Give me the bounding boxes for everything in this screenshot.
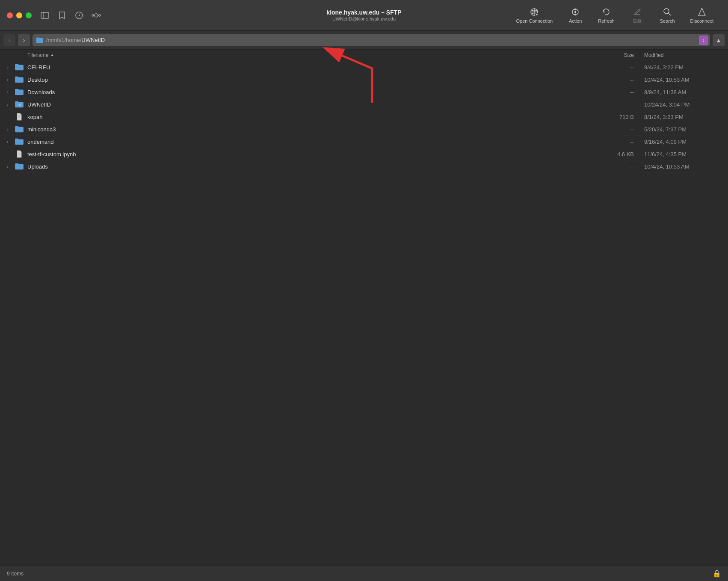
row-expander[interactable]: › [7,89,13,95]
table-row[interactable]: › CEI-REU -- 9/4/24, 3:22 PM [0,61,728,74]
minimize-button[interactable] [16,12,22,18]
refresh-label: Refresh [598,18,615,24]
items-count: 9 Items [7,571,24,577]
main-content: Filename Size Modified › CEI-REU -- 9/4/… [0,50,728,566]
file-name: Downloads [27,89,610,95]
table-row[interactable]: › Desktop -- 10/4/24, 10:53 AM [0,74,728,86]
svg-marker-22 [51,54,53,56]
forward-button[interactable]: › [18,34,30,46]
svg-point-15 [575,11,576,12]
table-row[interactable]: test-tf-custom.ipynb 4.6 KB 11/6/24, 4:3… [0,148,728,160]
search-button[interactable]: Search [652,5,683,26]
table-row[interactable]: › ⇆ UWNetID -- 10/24/24, 3:04 PM [0,98,728,111]
svg-point-19 [664,9,669,14]
row-expander[interactable]: › [7,164,13,169]
file-size: -- [610,101,644,108]
svg-point-5 [99,15,101,16]
close-button[interactable] [7,12,13,18]
table-row[interactable]: kopah 713 B 8/1/24, 3:23 PM [0,111,728,123]
file-icon [15,113,24,121]
column-header-modified[interactable]: Modified [644,52,721,58]
svg-point-4 [92,15,94,16]
row-expander[interactable]: › [7,102,13,107]
folder-icon [15,88,24,96]
folder-icon: ⇆ [15,101,24,108]
history-icon[interactable] [74,11,84,20]
toolbar: Open Connection Action Refresh Edit [509,5,721,26]
file-list-header: Filename Size Modified [0,50,728,61]
table-row[interactable]: › miniconda3 -- 5/20/24, 7:37 PM [0,123,728,136]
network-icon[interactable] [92,11,101,20]
subtitle-value: @klone.hyak.uw.edu [352,16,396,21]
file-size: -- [610,89,644,95]
pathbar: ‹ › /mmfs1/home/UWNetID ↕ ▲ [0,31,728,50]
column-header-size[interactable]: Size [610,52,644,58]
row-expander[interactable]: › [7,127,13,132]
edit-label: Edit [633,18,641,24]
open-connection-label: Open Connection [516,18,553,24]
titlebar: klone.hyak.uw.edu – SFTP UWNetID@klone.h… [0,0,728,31]
file-name: Uploads [27,163,610,170]
file-modified: 8/9/24, 11:38 AM [644,89,721,95]
subtitle-label: UWNetID [332,16,352,21]
svg-marker-21 [698,8,705,16]
file-name: ondemand [27,139,610,145]
table-row[interactable]: › Downloads -- 8/9/24, 11:38 AM [0,86,728,98]
file-name: Desktop [27,77,610,83]
window-title: klone.hyak.uw.edu – SFTP [326,9,401,16]
bookmark-icon[interactable] [57,11,67,20]
folder-icon [15,125,24,133]
table-row[interactable]: › ondemand -- 9/16/24, 4:09 PM [0,136,728,148]
file-modified: 9/16/24, 4:09 PM [644,139,721,145]
file-name: CEI-REU [27,64,610,71]
file-modified: 10/4/24, 10:53 AM [644,77,721,83]
statusbar: 9 Items 🔒 [0,566,728,581]
folder-icon [15,138,24,145]
disconnect-label: Disconnect [690,18,713,24]
path-up-button[interactable]: ▲ [713,34,725,46]
refresh-button[interactable]: Refresh [590,5,622,26]
file-size: 713 B [610,114,644,120]
table-row[interactable]: › Uploads -- 10/4/24, 10:53 AM [0,160,728,173]
row-expander[interactable]: › [7,77,13,82]
action-button[interactable]: Action [560,5,590,26]
file-name: miniconda3 [27,126,610,133]
titlebar-icons-left [40,11,101,20]
row-expander[interactable]: › [7,65,13,70]
file-size: 4.6 KB [610,151,644,157]
path-input-container: /mmfs1/home/UWNetID ↕ [33,34,710,46]
file-name: test-tf-custom.ipynb [27,151,610,157]
disconnect-button[interactable]: Disconnect [683,5,721,26]
row-expander[interactable]: › [7,139,13,144]
folder-icon [15,63,24,71]
open-connection-button[interactable]: Open Connection [509,5,561,26]
file-name: kopah [27,114,610,120]
file-size: -- [610,126,644,133]
sidebar-toggle-icon[interactable] [40,11,50,20]
path-user: UWNetID [81,37,105,43]
traffic-lights [7,12,32,18]
zoom-button[interactable] [26,12,32,18]
file-size: -- [610,139,644,145]
file-size: -- [610,64,644,71]
file-icon [15,150,24,158]
file-modified: 10/4/24, 10:53 AM [644,163,721,170]
file-size: -- [610,77,644,83]
titlebar-title: klone.hyak.uw.edu – SFTP UWNetID@klone.h… [326,9,401,21]
lock-icon: 🔒 [713,569,721,578]
path-dropdown-button[interactable]: ↕ [699,36,708,45]
column-header-filename[interactable]: Filename [27,52,610,58]
file-size: -- [610,163,644,170]
file-modified: 9/4/24, 3:22 PM [644,64,721,71]
sort-icon [50,53,54,57]
file-modified: 8/1/24, 3:23 PM [644,114,721,120]
file-name: UWNetID [27,101,610,108]
edit-button[interactable]: Edit [622,5,652,26]
folder-icon [15,163,24,170]
svg-line-20 [669,13,671,15]
search-label: Search [660,18,675,24]
back-button[interactable]: ‹ [3,34,15,46]
svg-rect-0 [41,12,49,18]
folder-icon [15,76,24,83]
action-label: Action [569,18,582,24]
